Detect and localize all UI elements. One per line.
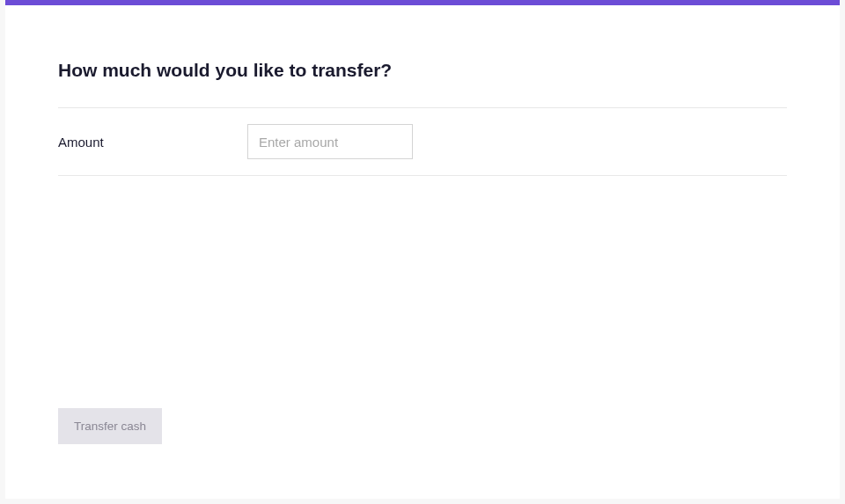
divider-bottom bbox=[58, 175, 787, 176]
transfer-cash-button[interactable]: Transfer cash bbox=[58, 408, 162, 444]
amount-input[interactable] bbox=[247, 124, 413, 159]
transfer-form-container: How much would you like to transfer? Amo… bbox=[5, 0, 840, 499]
amount-label: Amount bbox=[58, 135, 247, 150]
amount-row: Amount bbox=[58, 108, 787, 175]
page-title: How much would you like to transfer? bbox=[58, 60, 787, 81]
button-wrapper: Transfer cash bbox=[58, 408, 162, 444]
